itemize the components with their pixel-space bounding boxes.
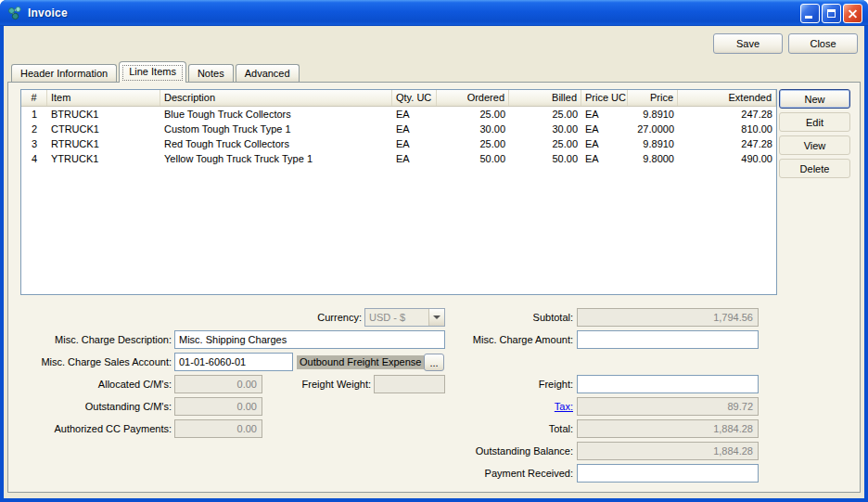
window-controls xyxy=(798,4,862,23)
table-cell: CTRUCK1 xyxy=(47,122,160,136)
table-cell: 27.0000 xyxy=(628,122,678,136)
column-header[interactable]: Price xyxy=(628,90,678,106)
table-cell: 25.00 xyxy=(437,136,509,151)
table-cell: 9.8910 xyxy=(628,136,678,151)
table-cell: EA xyxy=(392,107,437,122)
currency-select[interactable]: USD - $ xyxy=(364,308,445,327)
column-header[interactable]: Ordered xyxy=(437,90,509,106)
table-cell: 50.00 xyxy=(509,151,581,166)
account-lookup-button[interactable]: ... xyxy=(424,354,444,371)
table-cell: EA xyxy=(392,151,437,166)
table-body: 1BTRUCK1Blue Tough Truck CollectorsEA25.… xyxy=(21,107,776,166)
misc-charge-description-label: Misc. Charge Description: xyxy=(28,330,172,349)
tax-link[interactable]: Tax: xyxy=(443,397,573,416)
new-button[interactable]: New xyxy=(779,89,850,109)
save-button[interactable]: Save xyxy=(713,33,783,54)
table-row[interactable]: 2CTRUCK1Custom Tough Truck Type 1EA30.00… xyxy=(21,122,776,136)
table-cell: YTRUCK1 xyxy=(47,151,160,166)
freight-weight-field xyxy=(374,375,445,393)
freight-label: Freight: xyxy=(443,375,573,393)
column-header[interactable]: Description xyxy=(160,90,392,106)
table-cell: 2 xyxy=(21,122,47,136)
close-icon[interactable] xyxy=(843,4,862,23)
tab-strip: Header Information Line Items Notes Adva… xyxy=(11,60,300,82)
column-header[interactable]: Price UC xyxy=(581,90,628,106)
tab-line-items[interactable]: Line Items xyxy=(119,61,186,83)
authorized-cc-payments-field: 0.00 xyxy=(174,419,262,438)
table-cell: 247.28 xyxy=(678,136,776,151)
tab-notes[interactable]: Notes xyxy=(188,64,234,82)
tax-field: 89.72 xyxy=(577,397,759,416)
table-cell: EA xyxy=(581,122,628,136)
table-cell: 25.00 xyxy=(509,107,581,122)
column-header[interactable]: # xyxy=(21,90,47,106)
freight-weight-label: Freight Weight: xyxy=(286,375,371,393)
misc-charge-description-input[interactable] xyxy=(174,330,445,349)
outstanding-cms-field: 0.00 xyxy=(174,397,262,416)
edit-button[interactable]: Edit xyxy=(779,112,850,132)
misc-charge-amount-input[interactable] xyxy=(577,330,759,349)
table-header: # Item Description Qty. UC Ordered Bille… xyxy=(21,90,776,107)
table-cell: 1 xyxy=(21,107,47,122)
table-cell: 30.00 xyxy=(437,122,509,136)
delete-button[interactable]: Delete xyxy=(779,159,850,178)
table-cell: Red Tough Truck Collectors xyxy=(160,136,392,151)
view-button[interactable]: View xyxy=(779,135,850,155)
outstanding-cms-label: Outstanding C/M's: xyxy=(28,397,172,416)
maximize-icon[interactable] xyxy=(822,4,841,23)
column-header[interactable]: Billed xyxy=(509,90,581,106)
total-label: Total: xyxy=(443,419,573,438)
misc-charge-sales-account-input[interactable] xyxy=(174,353,293,371)
tab-advanced[interactable]: Advanced xyxy=(236,64,300,82)
allocated-cms-field: 0.00 xyxy=(174,375,262,393)
column-header[interactable]: Extended xyxy=(678,90,776,106)
outstanding-balance-field: 1,884.28 xyxy=(577,442,759,460)
currency-value: USD - $ xyxy=(365,309,428,326)
payment-received-input[interactable] xyxy=(577,464,759,483)
table-cell: 50.00 xyxy=(437,151,509,166)
table-cell: 9.8000 xyxy=(628,151,678,166)
table-cell: 810.00 xyxy=(678,122,776,136)
column-header[interactable]: Item xyxy=(47,90,160,106)
table-cell: 25.00 xyxy=(437,107,509,122)
column-header[interactable]: Qty. UC xyxy=(392,90,437,106)
chevron-down-icon[interactable] xyxy=(428,309,444,326)
table-cell: 247.28 xyxy=(678,107,776,122)
allocated-cms-label: Allocated C/M's: xyxy=(28,375,172,393)
invoice-window: Invoice Save Close Header Information Li… xyxy=(0,0,868,502)
misc-charge-amount-label: Misc. Charge Amount: xyxy=(443,330,573,349)
table-cell: EA xyxy=(581,136,628,151)
sales-account-name: Outbound Freight Expense xyxy=(297,355,424,369)
total-field: 1,884.28 xyxy=(577,419,759,438)
table-cell: EA xyxy=(392,122,437,136)
subtotal-field: 1,794.56 xyxy=(577,308,759,327)
currency-label: Currency: xyxy=(269,308,362,327)
table-cell: 4 xyxy=(21,151,47,166)
window-title: Invoice xyxy=(28,6,68,19)
table-cell: 490.00 xyxy=(678,151,776,166)
table-cell: Blue Tough Truck Collectors xyxy=(160,107,392,122)
line-items-table: # Item Description Qty. UC Ordered Bille… xyxy=(20,89,777,295)
minimize-icon[interactable] xyxy=(800,4,820,23)
table-cell: EA xyxy=(581,107,628,122)
authorized-cc-payments-label: Authorized CC Payments: xyxy=(28,419,172,438)
table-cell: Custom Tough Truck Type 1 xyxy=(160,122,392,136)
table-cell: 25.00 xyxy=(509,136,581,151)
outstanding-balance-label: Outstanding Balance: xyxy=(443,442,573,460)
tab-header-information[interactable]: Header Information xyxy=(11,64,117,82)
table-cell: BTRUCK1 xyxy=(47,107,160,122)
table-cell: Yellow Tough Truck Truck Type 1 xyxy=(160,151,392,166)
table-row[interactable]: 3RTRUCK1Red Tough Truck CollectorsEA25.0… xyxy=(21,136,776,151)
table-cell: EA xyxy=(581,151,628,166)
freight-input[interactable] xyxy=(577,375,759,393)
misc-charge-sales-account-label: Misc. Charge Sales Account: xyxy=(28,353,172,371)
titlebar: Invoice xyxy=(0,0,868,26)
subtotal-label: Subtotal: xyxy=(443,308,573,327)
payment-received-label: Payment Received: xyxy=(443,464,573,483)
table-cell: 9.8910 xyxy=(628,107,678,122)
table-row[interactable]: 4YTRUCK1Yellow Tough Truck Truck Type 1E… xyxy=(21,151,776,166)
app-icon xyxy=(7,5,24,21)
table-row[interactable]: 1BTRUCK1Blue Tough Truck CollectorsEA25.… xyxy=(21,107,776,122)
table-cell: EA xyxy=(392,136,437,151)
close-button[interactable]: Close xyxy=(788,33,858,54)
